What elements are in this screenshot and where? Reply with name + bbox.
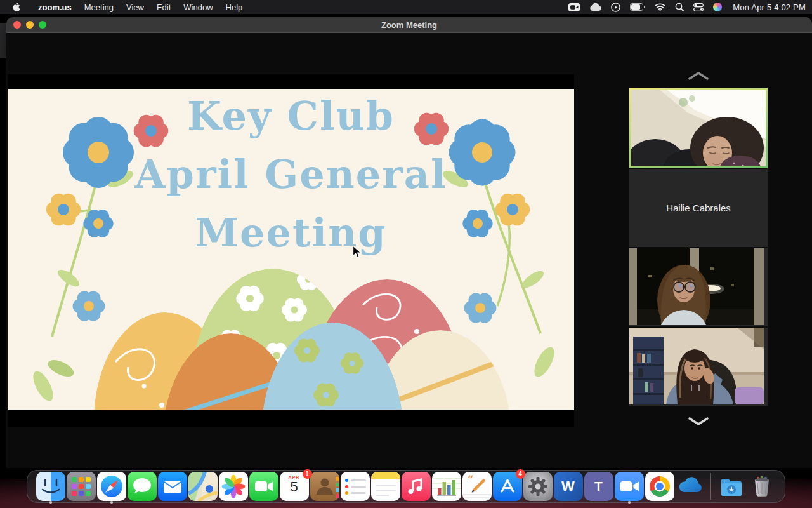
window-title: Zoom Meeting xyxy=(6,17,812,32)
video-feed-4 xyxy=(629,328,764,404)
dock-icon-mail[interactable] xyxy=(158,472,187,501)
menu-window[interactable]: Window xyxy=(177,0,219,14)
screen-share-area: Key Club April General Meeting xyxy=(8,74,574,427)
dock-icon-numbers[interactable] xyxy=(432,472,461,501)
participants-scroll-down-chevron[interactable] xyxy=(688,417,709,426)
calendar-day-label: 5 xyxy=(290,480,298,494)
dock-icon-system-preferences[interactable] xyxy=(523,472,553,501)
slide-title-line-1: Key Club xyxy=(8,93,574,139)
dock-icon-zoom[interactable] xyxy=(615,472,644,501)
dock-icon-trash[interactable] xyxy=(747,472,776,501)
dock-icon-photos[interactable] xyxy=(219,472,248,501)
wifi-status-icon[interactable] xyxy=(655,3,665,11)
presentation-slide: Key Club April General Meeting xyxy=(8,89,574,410)
menu-edit[interactable]: Edit xyxy=(150,0,177,14)
video-camera-status-icon[interactable] xyxy=(568,3,580,11)
dock-icon-notes[interactable] xyxy=(371,472,400,501)
dock-icon-chrome[interactable] xyxy=(645,472,674,501)
dock-icon-teams[interactable]: T xyxy=(584,472,613,501)
menu-bar: zoom.us Meeting View Edit Window Help xyxy=(0,0,812,14)
mouse-cursor xyxy=(352,245,363,262)
svg-text:“: “ xyxy=(468,474,473,486)
slide-title-line-2: April General xyxy=(8,151,574,197)
dock-separator xyxy=(710,473,711,500)
menubar-clock[interactable]: Mon Apr 5 4:02 PM xyxy=(731,3,806,12)
apple-menu-icon[interactable] xyxy=(0,0,32,14)
window-title-bar[interactable]: Zoom Meeting xyxy=(6,17,812,33)
control-center-icon[interactable] xyxy=(693,3,704,11)
menu-view[interactable]: View xyxy=(120,0,150,14)
dock-icon-app-store[interactable]: 4 xyxy=(493,472,522,501)
siri-icon[interactable] xyxy=(713,3,722,11)
dock-icon-facetime[interactable] xyxy=(249,472,278,501)
dock-icon-calendar[interactable]: APR 5 1 xyxy=(280,472,309,501)
dock-icon-downloads[interactable] xyxy=(717,472,746,501)
video-feed-1 xyxy=(631,90,766,166)
play-circle-status-icon[interactable] xyxy=(611,3,620,12)
menubar-app-name[interactable]: zoom.us xyxy=(32,0,78,14)
dock-icon-onedrive[interactable] xyxy=(676,472,705,501)
onedrive-status-icon[interactable] xyxy=(589,3,601,11)
spotlight-search-icon[interactable] xyxy=(675,3,684,11)
dock-icon-maps[interactable] xyxy=(188,472,218,501)
dock-icon-pages[interactable]: “ xyxy=(462,472,492,501)
dock-icon-finder[interactable] xyxy=(36,472,65,501)
dock-icon-reminders[interactable] xyxy=(341,472,370,501)
video-feed-3 xyxy=(629,248,764,325)
video-tile-participant-4[interactable] xyxy=(629,328,768,406)
dock: APR 5 1 xyxy=(27,470,785,503)
dock-icon-contacts[interactable] xyxy=(310,472,339,501)
safari-running-indicator xyxy=(110,501,113,504)
calendar-badge: 1 xyxy=(303,469,312,479)
video-tile-camera-off[interactable]: Hailie Cabrales xyxy=(629,169,768,247)
teams-letter: T xyxy=(594,479,603,494)
dock-icon-messages[interactable] xyxy=(128,472,157,501)
word-letter: W xyxy=(561,478,575,495)
dock-icon-word[interactable]: W xyxy=(554,472,583,501)
video-tile-participant-3[interactable] xyxy=(629,248,768,326)
dock-icon-safari[interactable] xyxy=(97,472,126,501)
finder-running-indicator xyxy=(49,501,52,504)
easter-eggs xyxy=(94,269,515,410)
menu-meeting[interactable]: Meeting xyxy=(78,0,120,14)
dock-icon-launchpad[interactable] xyxy=(67,472,96,501)
dock-icon-music[interactable] xyxy=(402,472,431,501)
menu-help[interactable]: Help xyxy=(219,0,249,14)
participant-name: Hailie Cabrales xyxy=(666,203,731,213)
zoom-running-indicator xyxy=(628,501,631,504)
zoom-meeting-window: Zoom Meeting xyxy=(6,17,812,468)
app-store-badge: 4 xyxy=(516,469,525,479)
battery-status-icon[interactable] xyxy=(630,3,645,11)
slide-title-line-3: Meeting xyxy=(8,210,574,256)
video-tile-active-speaker[interactable] xyxy=(629,88,768,168)
participants-scroll-up-chevron[interactable] xyxy=(688,71,709,80)
